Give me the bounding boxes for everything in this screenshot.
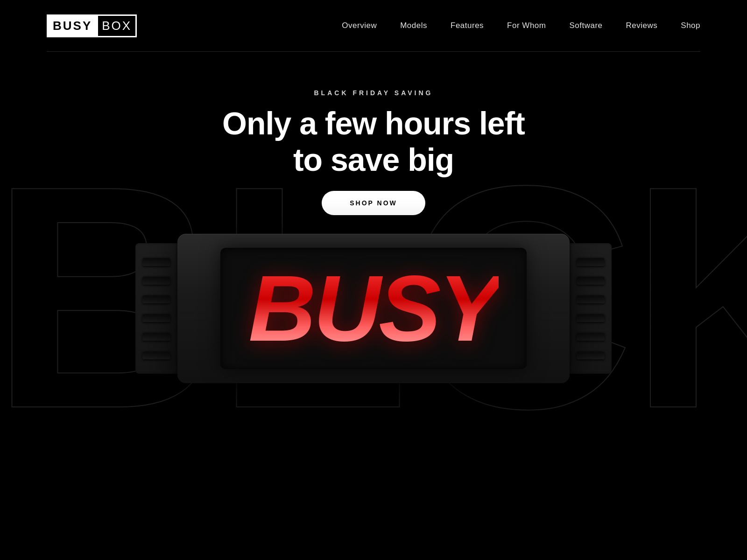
nav-overview[interactable]: Overview xyxy=(342,21,377,30)
footer: Copyright 2021 SmallStage LLC xyxy=(0,542,747,560)
shop-now-button[interactable]: SHOP NOW xyxy=(322,191,425,215)
nav-for-whom[interactable]: For Whom xyxy=(507,21,546,30)
nav-shop[interactable]: Shop xyxy=(681,21,700,30)
logo-busy: BUSY xyxy=(47,14,98,37)
device-area: BUSY xyxy=(0,234,747,383)
nav-features[interactable]: Features xyxy=(451,21,484,30)
hero-title: Only a few hours left to save big xyxy=(222,105,525,178)
left-rails xyxy=(135,243,177,374)
rail-notch xyxy=(577,351,605,359)
rail-notch xyxy=(142,295,170,303)
navbar: BUSY BOX Overview Models Features For Wh… xyxy=(0,0,747,51)
rail-notch xyxy=(577,258,605,266)
nav-models[interactable]: Models xyxy=(400,21,427,30)
rail-notch xyxy=(142,276,170,285)
nav-reviews[interactable]: Reviews xyxy=(626,21,658,30)
sign-text: BUSY xyxy=(248,262,499,355)
nav-links: Overview Models Features For Whom Softwa… xyxy=(342,21,700,30)
sign-face: BUSY xyxy=(220,248,527,369)
rail-notch xyxy=(577,276,605,285)
rail-notch xyxy=(577,332,605,341)
nav-software[interactable]: Software xyxy=(569,21,602,30)
rail-notch xyxy=(577,314,605,322)
hero-content: BLACK FRIDAY SAVING Only a few hours lef… xyxy=(222,89,525,215)
hero-title-line2: to save big xyxy=(293,142,454,177)
rail-notch xyxy=(142,351,170,359)
hero-title-line1: Only a few hours left xyxy=(222,105,525,141)
hero-kicker: BLACK FRIDAY SAVING xyxy=(314,89,433,97)
rail-notch xyxy=(142,332,170,341)
rail-notch xyxy=(142,258,170,266)
rail-notch xyxy=(577,295,605,303)
hero-section: BL CK BLACK FRIDAY SAVING Only a few hou… xyxy=(0,52,747,542)
device-body: BUSY xyxy=(177,234,570,383)
logo[interactable]: BUSY BOX xyxy=(47,14,137,37)
logo-box: BOX xyxy=(98,14,137,37)
rail-notch xyxy=(142,314,170,322)
right-rails xyxy=(570,243,612,374)
device-assembly: BUSY xyxy=(135,234,612,383)
